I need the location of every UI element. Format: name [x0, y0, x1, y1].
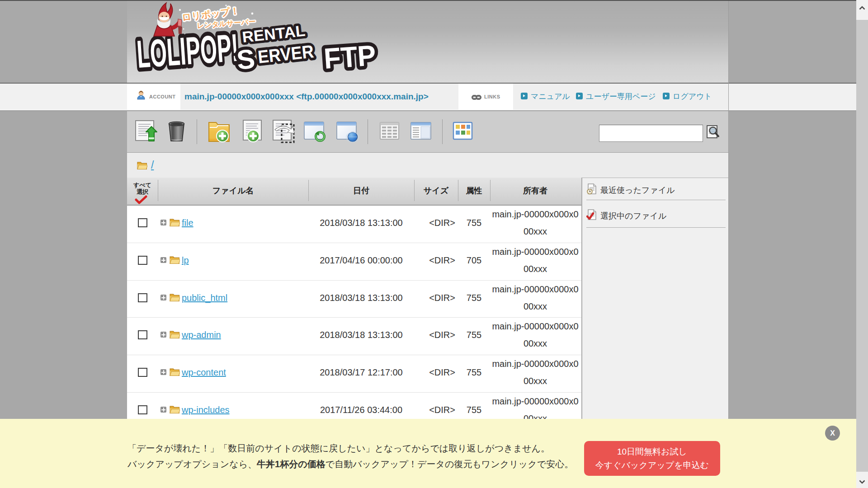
svg-text:FTP: FTP	[323, 39, 377, 75]
svg-text:LOLIPOP!: LOLIPOP!	[136, 25, 240, 75]
svg-text:S: S	[235, 43, 256, 75]
svg-text:ERVER: ERVER	[257, 41, 315, 67]
